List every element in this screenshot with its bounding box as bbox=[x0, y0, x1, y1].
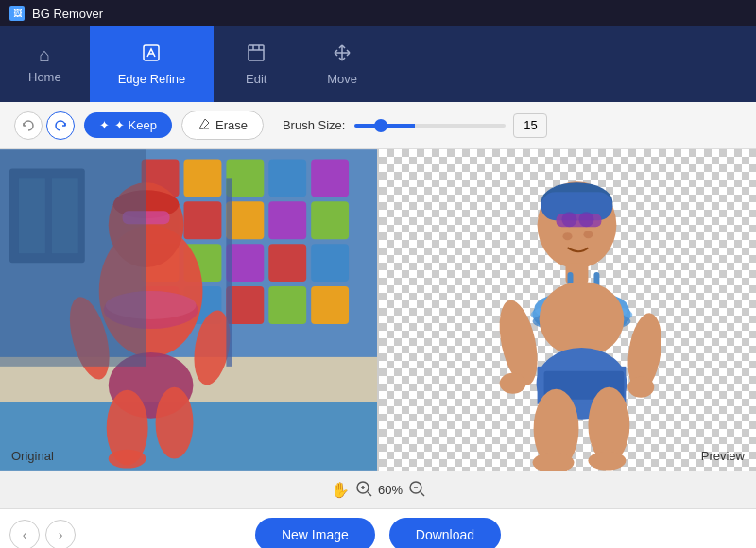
preview-panel: Preview bbox=[379, 149, 756, 471]
svg-point-58 bbox=[540, 282, 625, 357]
nav-edge-refine-label: Edge Refine bbox=[118, 72, 186, 86]
keep-label: ✦ Keep bbox=[114, 118, 157, 132]
svg-rect-12 bbox=[268, 201, 306, 239]
nav-edit-label: Edit bbox=[246, 72, 266, 86]
svg-rect-38 bbox=[226, 178, 232, 367]
svg-point-50 bbox=[583, 231, 593, 238]
svg-rect-13 bbox=[311, 201, 349, 239]
svg-rect-10 bbox=[184, 201, 222, 239]
svg-rect-5 bbox=[184, 159, 222, 197]
zoom-out-icon[interactable] bbox=[408, 480, 425, 501]
erase-label: Erase bbox=[215, 118, 248, 132]
nav-home[interactable]: ⌂ Home bbox=[0, 26, 90, 102]
move-icon bbox=[332, 43, 352, 66]
brush-size-label: Brush Size: bbox=[283, 118, 345, 132]
bottom-bar: ✋ 60% bbox=[0, 471, 756, 508]
svg-point-48 bbox=[578, 212, 593, 227]
edit-icon bbox=[246, 43, 266, 66]
title-bar: 🖼 BG Remover bbox=[0, 0, 756, 26]
undo-redo-group bbox=[14, 111, 75, 140]
zoom-controls: ✋ 60% bbox=[331, 480, 425, 501]
nav-move-label: Move bbox=[327, 72, 357, 86]
svg-rect-41 bbox=[19, 178, 45, 253]
svg-point-64 bbox=[500, 373, 526, 394]
original-image bbox=[0, 149, 377, 471]
keep-button[interactable]: ✦ ✦ Keep bbox=[84, 112, 172, 138]
svg-point-37 bbox=[109, 450, 146, 469]
erase-button[interactable]: Erase bbox=[181, 111, 264, 140]
svg-point-65 bbox=[627, 377, 654, 398]
svg-point-47 bbox=[562, 212, 577, 227]
brush-size-slider[interactable] bbox=[354, 124, 506, 128]
redo-button[interactable] bbox=[46, 111, 75, 140]
zoom-level: 60% bbox=[378, 483, 403, 497]
preview-label: Preview bbox=[701, 449, 745, 463]
brush-size-control: 15 bbox=[354, 113, 547, 138]
app-icon: 🖼 bbox=[9, 6, 25, 21]
svg-point-36 bbox=[156, 387, 194, 459]
download-button[interactable]: Download bbox=[389, 518, 501, 549]
erase-icon bbox=[198, 117, 211, 133]
prev-button[interactable]: ‹ bbox=[9, 520, 40, 549]
original-panel: Original bbox=[0, 149, 379, 471]
brush-size-value: 15 bbox=[513, 113, 547, 138]
svg-point-49 bbox=[563, 232, 573, 240]
navigation-arrows: ‹ › bbox=[9, 520, 76, 549]
nav-edit[interactable]: Edit bbox=[214, 26, 299, 102]
svg-rect-17 bbox=[268, 244, 306, 282]
nav-move[interactable]: Move bbox=[299, 26, 386, 102]
svg-rect-7 bbox=[268, 159, 306, 197]
edge-refine-icon bbox=[141, 43, 162, 66]
nav-bar: ⌂ Home Edge Refine Edit bbox=[0, 26, 756, 102]
original-label: Original bbox=[11, 449, 54, 463]
action-bar: ‹ › New Image Download bbox=[0, 508, 756, 548]
nav-home-label: Home bbox=[28, 70, 61, 84]
svg-rect-22 bbox=[268, 286, 306, 324]
svg-rect-8 bbox=[311, 159, 349, 197]
nav-edge-refine[interactable]: Edge Refine bbox=[90, 26, 215, 102]
svg-rect-23 bbox=[311, 286, 349, 324]
cursor-icon[interactable]: ✋ bbox=[331, 481, 350, 499]
svg-point-69 bbox=[588, 452, 626, 471]
next-button[interactable]: › bbox=[45, 520, 76, 549]
svg-rect-18 bbox=[311, 244, 349, 282]
preview-image bbox=[379, 149, 756, 471]
svg-rect-1 bbox=[249, 45, 264, 60]
app-title: BG Remover bbox=[32, 7, 103, 21]
new-image-button[interactable]: New Image bbox=[255, 518, 375, 549]
keep-icon: ✦ bbox=[99, 118, 110, 132]
svg-point-67 bbox=[588, 387, 629, 463]
zoom-in-icon[interactable] bbox=[355, 480, 372, 501]
home-icon: ⌂ bbox=[39, 45, 50, 64]
toolbar: ✦ ✦ Keep Erase Brush Size: 15 bbox=[0, 102, 756, 149]
content-area: Original bbox=[0, 149, 756, 471]
svg-rect-42 bbox=[52, 178, 78, 253]
undo-button[interactable] bbox=[14, 111, 43, 140]
